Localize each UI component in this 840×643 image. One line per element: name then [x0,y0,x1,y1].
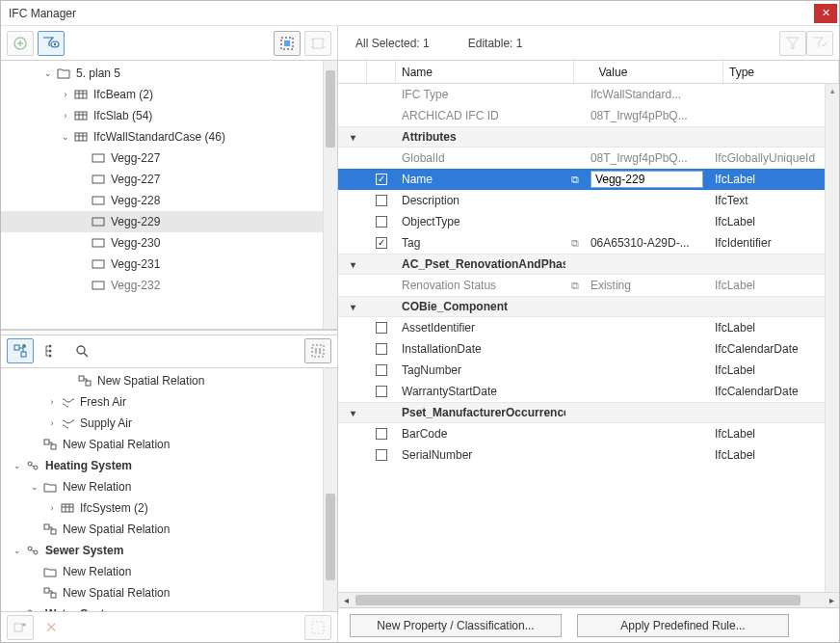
property-value[interactable]: Vegg-229 [585,171,709,188]
checkbox[interactable] [376,216,387,228]
chevron-right-icon[interactable]: › [59,88,72,101]
chevron-down-icon[interactable]: ⌄ [41,67,55,80]
expander-empty [76,173,90,186]
scrollbar-thumb[interactable] [355,595,801,605]
checkbox[interactable] [376,343,387,355]
model-tree-scrollbar[interactable] [323,61,337,329]
property-row[interactable]: BarCodeIfcLabel [338,423,825,444]
filter-props-button[interactable] [779,31,806,56]
tree-row[interactable]: New Spatial Relation [1,434,323,455]
chevron-down-icon[interactable]: ▾ [351,259,355,270]
checkbox[interactable] [376,449,387,461]
filter-checked-button[interactable] [806,31,833,56]
chevron-down-icon[interactable]: ⌄ [11,544,24,557]
chevron-down-icon[interactable]: ▾ [351,302,355,312]
property-row[interactable]: ✓Tag⧉06A65310-A29D-...IfcIdentifier [338,232,825,254]
relations-mode-button[interactable] [7,338,34,363]
tree-row[interactable]: New Relation [1,561,323,582]
tree-row[interactable]: ›IfcSlab (54) [1,105,323,126]
tree-row[interactable]: ⌄5. plan 5 [1,63,323,84]
chevron-right-icon[interactable]: › [45,416,59,430]
tree-row[interactable]: ⌄IfcWallStandardCase (46) [1,126,323,147]
new-relation-button[interactable] [7,615,34,640]
tree-row[interactable]: New Spatial Relation [1,370,323,391]
property-group-header[interactable]: ▾Pset_ManufacturerOccurrence [338,402,825,423]
search-button[interactable] [68,338,95,363]
model-tree[interactable]: ⌄5. plan 5›IfcBeam (2)›IfcSlab (54)⌄IfcW… [1,61,323,329]
tree-row[interactable]: ›Supply Air [1,413,323,434]
isolate-button[interactable] [304,31,331,56]
chevron-right-icon[interactable]: › [59,109,72,122]
tree-row[interactable]: Vegg-232 [1,275,323,296]
tree-row[interactable]: Vegg-231 [1,254,323,275]
tree-row[interactable]: ⌄Sewer System [1,540,323,561]
checkbox[interactable] [376,195,387,206]
tree-label: New Spatial Relation [63,586,170,600]
property-row[interactable]: InstallationDateIfcCalendarDate [338,338,825,360]
tree-label: Fresh Air [80,395,126,409]
header-type[interactable]: Type [723,61,839,83]
filter-view-button[interactable] [38,31,65,56]
chevron-down-icon[interactable]: ⌄ [28,480,41,494]
relation-options-button[interactable] [304,338,331,363]
chevron-down-icon[interactable]: ▾ [351,408,355,418]
relations-tree[interactable]: New Spatial Relation›Fresh Air›Supply Ai… [1,368,323,611]
property-row[interactable]: SerialNumberIfcLabel [338,444,825,466]
tree-row[interactable]: Vegg-228 [1,190,323,211]
checkbox[interactable] [376,428,387,440]
checkbox[interactable] [376,364,387,376]
property-row[interactable]: ✓Name⧉Vegg-229IfcLabel [338,169,825,190]
property-scrollbar[interactable]: ▴ [825,84,839,592]
tree-row[interactable]: Vegg-229 [1,211,323,232]
chevron-down-icon[interactable]: ▾ [351,132,355,143]
property-row[interactable]: AssetIdentifierIfcLabel [338,317,825,338]
tree-row[interactable]: Vegg-227 [1,169,323,190]
checkbox[interactable]: ✓ [376,174,387,185]
tree-row[interactable]: ›IfcBeam (2) [1,84,323,105]
property-row[interactable]: TagNumberIfcLabel [338,360,825,381]
chevron-down-icon[interactable]: ⌄ [59,130,72,144]
property-hscrollbar[interactable]: ◂ ▸ [338,592,839,607]
property-row[interactable]: Renovation Status⧉ExistingIfcLabel [338,275,825,296]
checkbox[interactable] [376,322,387,334]
close-button[interactable]: ✕ [814,4,837,23]
select-in-model-button[interactable] [274,31,301,56]
tree-row[interactable]: ›IfcSystem (2) [1,497,323,519]
chevron-right-icon[interactable]: › [45,501,59,515]
property-value-input[interactable]: Vegg-229 [591,171,703,188]
new-property-button[interactable]: New Property / Classification... [350,614,562,637]
property-row[interactable]: WarrantyStartDateIfcCalendarDate [338,381,825,402]
property-list[interactable]: IFC TypeIfcWallStandard...ARCHICAD IFC I… [338,84,825,592]
checkbox[interactable]: ✓ [376,237,387,249]
delete-relation-button[interactable]: ✕ [38,615,65,640]
chevron-right-icon[interactable]: › [45,395,59,409]
tree-row[interactable]: ›Fresh Air [1,391,323,413]
property-row[interactable]: DescriptionIfcText [338,190,825,211]
relations-tree-scrollbar[interactable] [323,368,337,611]
chevron-down-icon[interactable]: ⌄ [11,459,24,472]
tree-row[interactable]: ⌄Heating System [1,455,323,476]
tree-row[interactable]: ⌄New Relation [1,476,323,497]
property-row[interactable]: GlobalId08T_Irwgf4pPbQ...IfcGloballyUniq… [338,147,825,169]
header-value[interactable]: Value [593,61,724,83]
property-group-header[interactable]: ▾COBie_Component [338,296,825,317]
property-group-header[interactable]: ▾AC_Pset_RenovationAndPhasing [338,254,825,275]
tree-row[interactable]: ›Water System [1,603,323,611]
scrollbar-thumb[interactable] [326,494,335,580]
property-row[interactable]: ARCHICAD IFC ID08T_Irwgf4pPbQ... [338,105,825,126]
chevron-right-icon[interactable]: › [11,607,24,611]
property-group-header[interactable]: ▾Attributes [338,126,825,147]
apply-relation-button[interactable] [304,615,331,640]
header-name[interactable]: Name [396,61,574,83]
tree-mode-button[interactable] [38,338,65,363]
property-row[interactable]: ObjectTypeIfcLabel [338,211,825,232]
tree-row[interactable]: New Spatial Relation [1,582,323,603]
apply-predefined-rule-button[interactable]: Apply Predefined Rule... [577,614,789,637]
checkbox[interactable] [376,386,387,397]
scrollbar-thumb[interactable] [326,70,335,147]
tree-row[interactable]: Vegg-227 [1,147,323,169]
property-row[interactable]: IFC TypeIfcWallStandard... [338,84,825,105]
tree-row[interactable]: Vegg-230 [1,232,323,254]
add-element-button[interactable] [7,31,34,56]
tree-row[interactable]: New Spatial Relation [1,519,323,540]
